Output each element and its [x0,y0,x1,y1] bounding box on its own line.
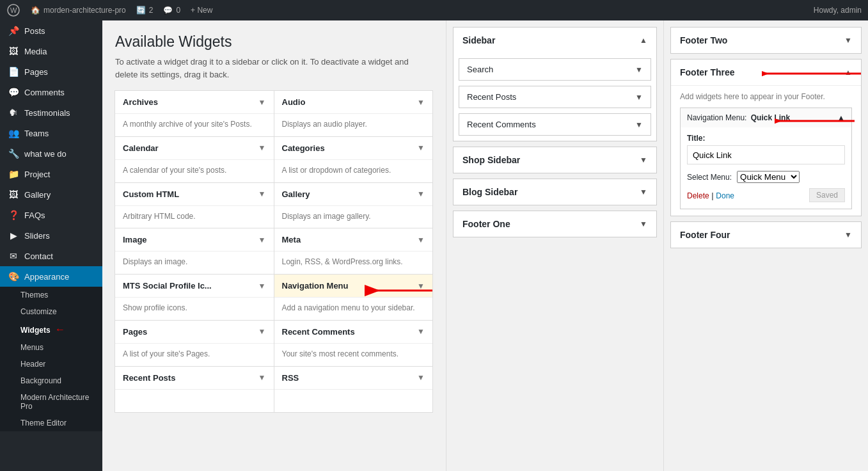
title-field-row: Title: [687,134,845,164]
submenu-header[interactable]: Header [0,356,102,372]
admin-sidebar: 📌 Posts 🖼 Media 📄 Pages 💬 Comments 🗣 Tes… [0,20,102,471]
sidebar-item-teams[interactable]: 👥 Teams [0,123,102,143]
comments-icon: 💬 [163,6,173,15]
submenu-customize[interactable]: Customize [0,303,102,320]
title-input[interactable] [687,145,845,164]
widget-categories[interactable]: Categories ▼ A list or dropdown of categ… [274,136,434,183]
howdy-text: Howdy, admin [814,6,862,15]
widget-meta[interactable]: Meta ▼ Login, RSS, & WordPress.org links… [274,228,434,275]
sidebar-item-faqs[interactable]: ❓ FAQs [0,205,102,225]
sidebar-item-comments[interactable]: 💬 Comments [0,82,102,102]
widget-image[interactable]: Image ▼ Displays an image. [114,228,274,275]
done-link[interactable]: Done [716,191,734,200]
sidebar-item-gallery[interactable]: 🖼 Gallery [0,184,102,205]
site-name-bar[interactable]: 🏠 morden-architecture-pro [31,6,126,15]
what-we-do-icon: 🔧 [8,148,19,159]
chevron-down-icon: ▼ [417,373,425,382]
nav-menu-widget: Navigation Menu: Quick Link ▲ Title: [680,108,852,209]
sidebar-widget-recent-comments[interactable]: Recent Comments ▼ [459,113,651,136]
nav-menu-widget-header[interactable]: Navigation Menu: Quick Link ▲ [681,108,851,127]
sidebar-section: Sidebar ▲ Search ▼ Recent Posts ▼ [453,27,657,141]
pages-icon: 📄 [8,67,19,77]
collapse-icon: ▲ [844,68,852,77]
menu-select[interactable]: Quick Menu Main Menu Footer Menu [737,171,800,183]
submenu-menus[interactable]: Menus [0,339,102,356]
expand-icon: ▼ [635,93,643,102]
footer-two-section: Footer Two ▼ [670,27,862,54]
select-menu-row: Select Menu: Quick Menu Main Menu Footer… [687,171,845,183]
sidebar-item-what-we-do[interactable]: 🔧 what we do [0,143,102,164]
widget-recent-comments[interactable]: Recent Comments ▼ Your site's most recen… [274,320,434,367]
submenu-themes[interactable]: Themes [0,287,102,303]
comments-bar[interactable]: 💬 0 [163,6,180,15]
submenu-modern-arch[interactable]: Modern Architecture Pro [0,389,102,415]
sidebar-item-contact[interactable]: ✉ Contact [0,246,102,266]
delete-link[interactable]: Delete [687,191,709,200]
svg-text:W: W [10,6,17,14]
widgets-description: To activate a widget drag it to a sideba… [115,56,433,81]
sidebar-item-media[interactable]: 🖼 Media [0,41,102,61]
sidebar-item-sliders[interactable]: ▶ Sliders [0,225,102,246]
chevron-down-icon: ▼ [258,327,266,336]
sidebar-item-pages[interactable]: 📄 Pages [0,61,102,82]
wp-logo[interactable]: W [6,3,20,17]
submenu-widgets[interactable]: Widgets ← [0,320,102,339]
chevron-down-icon: ▼ [417,98,425,107]
submenu-background[interactable]: Background [0,372,102,389]
page-title: Available Widgets [115,33,433,51]
footer-four-header[interactable]: Footer Four ▼ [671,222,861,248]
submenu-theme-editor[interactable]: Theme Editor [0,415,102,431]
faqs-icon: ❓ [8,210,19,220]
sidebar-widget-recent-posts[interactable]: Recent Posts ▼ [459,86,651,108]
sidebar-item-appearance[interactable]: 🎨 Appearance [0,266,102,287]
sidebar-header[interactable]: Sidebar ▲ [454,28,656,53]
chevron-down-icon: ▼ [417,236,425,244]
testimonials-icon: 🗣 [8,108,19,118]
widget-rss[interactable]: RSS ▼ [274,366,434,413]
chevron-down-icon: ▼ [258,236,266,244]
chevron-down-icon: ▼ [417,189,425,198]
media-icon: 🖼 [8,46,19,56]
chevron-down-icon: ▼ [417,143,425,152]
contact-icon: ✉ [8,251,19,261]
widget-navigation-menu[interactable]: Navigation Menu ▼ Add a navigation menu … [274,274,434,321]
footer-two-header[interactable]: Footer Two ▼ [671,28,861,53]
expand-icon: ▼ [640,188,647,196]
chevron-down-icon: ▼ [258,373,266,382]
widget-custom-html[interactable]: Custom HTML ▼ Arbitrary HTML code. [114,182,274,229]
sidebar-widget-search[interactable]: Search ▼ [459,58,651,81]
appearance-icon: 🎨 [8,271,19,282]
blog-sidebar-header[interactable]: Blog Sidebar ▼ [454,179,656,205]
expand-icon: ▼ [635,65,643,74]
project-icon: 📁 [8,169,19,179]
footer-three-header[interactable]: Footer Three ▲ [671,60,861,85]
widget-archives[interactable]: Archives ▼ A monthly archive of your sit… [114,90,274,137]
chevron-down-icon: ▼ [417,327,425,336]
sidebar-item-project[interactable]: 📁 Project [0,164,102,184]
footer-one-header[interactable]: Footer One ▼ [454,211,656,237]
updates-bar[interactable]: 🔄 2 [136,6,154,15]
widget-recent-posts[interactable]: Recent Posts ▼ [114,366,274,413]
chevron-down-icon: ▼ [258,98,266,107]
footer-one-section: Footer One ▼ [453,211,657,237]
footer-three-body: Add widgets here to appear in your Foote… [671,85,861,216]
widget-audio[interactable]: Audio ▼ Displays an audio player. [274,90,434,137]
widget-pages[interactable]: Pages ▼ A list of your site's Pages. [114,320,274,367]
expand-icon: ▼ [635,120,643,129]
expand-icon: ▼ [640,156,647,164]
blog-sidebar-section: Blog Sidebar ▼ [453,179,657,205]
widget-mts-social[interactable]: MTS Social Profile Ic... ▼ Show profile … [114,274,274,321]
nav-menu-widget-body: Title: Select Menu: Quick Menu Main Menu… [681,127,851,209]
sidebar-item-testimonials[interactable]: 🗣 Testimonials [0,102,102,123]
nav-menu-red-arrow [362,281,439,302]
footer-three-section: Footer Three ▲ Add widgets here to appea… [670,59,862,216]
shop-sidebar-header[interactable]: Shop Sidebar ▼ [454,147,656,173]
comments-icon: 💬 [8,87,19,97]
chevron-down-icon: ▼ [258,189,266,198]
sliders-icon: ▶ [8,230,19,241]
expand-icon: ▼ [844,36,852,45]
widget-gallery[interactable]: Gallery ▼ Displays an image gallery. [274,182,434,229]
new-bar[interactable]: + New [191,6,212,15]
widget-calendar[interactable]: Calendar ▼ A calendar of your site's pos… [114,136,274,183]
sidebar-item-posts[interactable]: 📌 Posts [0,20,102,41]
